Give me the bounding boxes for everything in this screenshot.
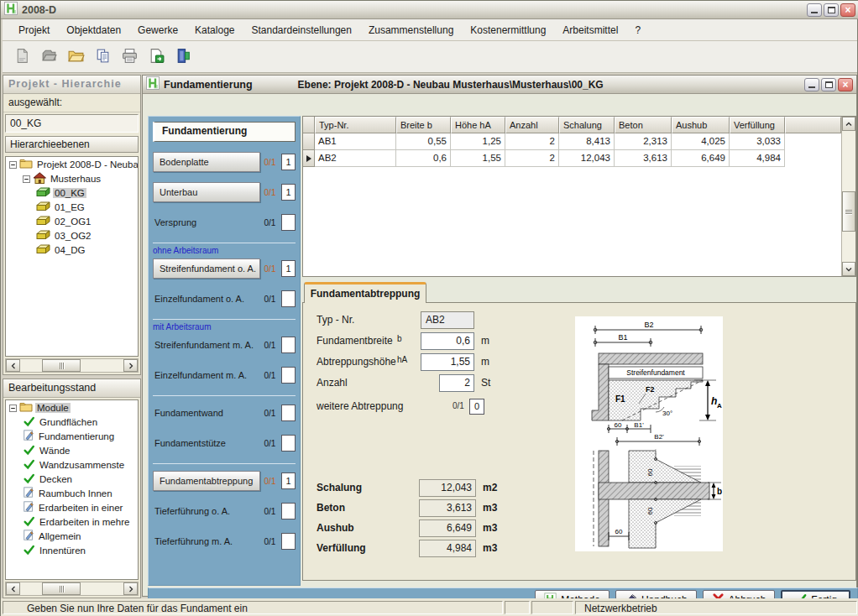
- sidebar-label-streifenfundament-m-a[interactable]: Streifenfundament m. A.: [153, 340, 260, 350]
- expand-toggle-icon[interactable]: [9, 404, 17, 411]
- scroll-up-button[interactable]: [842, 117, 855, 131]
- result-unit: m2: [483, 482, 497, 493]
- menu-projekt[interactable]: Projekt: [11, 22, 57, 39]
- column-header-beton[interactable]: Beton: [615, 117, 672, 133]
- count-box-unterbau[interactable]: 1: [281, 184, 296, 201]
- sidebar-label-einzelfundament-m-a[interactable]: Einzelfundament m. A.: [153, 370, 260, 380]
- new-document-button[interactable]: [11, 46, 33, 68]
- row-selector[interactable]: [303, 150, 315, 167]
- count-box-einzelfundament-m-a[interactable]: [281, 367, 296, 384]
- tree-node-03-og2[interactable]: 03_OG2: [6, 228, 138, 243]
- fundamentbreite-input[interactable]: 0,6: [421, 332, 474, 350]
- open-folder-button[interactable]: [65, 46, 86, 68]
- count-box-bodenplatte[interactable]: 1: [281, 154, 296, 170]
- sidebar-label-fundamentwand[interactable]: Fundamentwand: [153, 408, 260, 418]
- tree-node-raumbuch-innen[interactable]: Raumbuch Innen: [6, 486, 138, 500]
- count-box-streifenfundament-m-a[interactable]: [281, 337, 296, 353]
- restore-button[interactable]: [824, 3, 839, 17]
- column-header-h-he-ha[interactable]: Höhe hA: [451, 117, 505, 133]
- tree-node-erdarbeiten-in-mehre[interactable]: Erdarbeiten in mehre: [6, 514, 138, 529]
- scroll-thumb[interactable]: [42, 359, 81, 372]
- tree-node-w-nde[interactable]: Wände: [6, 443, 138, 457]
- sidebar-button-unterbau[interactable]: Unterbau: [153, 182, 260, 202]
- column-header-aushub[interactable]: Aushub: [672, 117, 730, 133]
- abtreppungsh-he-input[interactable]: 1,55: [421, 353, 474, 371]
- count-box-tieferf-hrung-o-a[interactable]: [281, 503, 296, 519]
- hierarchy-levels-header[interactable]: Hierarchieebenen: [5, 136, 139, 153]
- copy-button[interactable]: [92, 46, 113, 68]
- sidebar-label-versprung[interactable]: Versprung: [153, 217, 260, 227]
- menu-kataloge[interactable]: Kataloge: [187, 22, 242, 39]
- scroll-right-button[interactable]: [123, 582, 138, 595]
- print-button[interactable]: [118, 46, 140, 68]
- menu-gewerke[interactable]: Gewerke: [130, 22, 186, 39]
- sidebar-label-tieferf-hrung-o-a[interactable]: Tieferführung o. A.: [153, 506, 260, 516]
- tree-node-fundamentierung[interactable]: Fundamentierung: [6, 429, 138, 443]
- scroll-thumb[interactable]: [42, 582, 81, 595]
- exit-button[interactable]: [172, 46, 194, 68]
- menu-item[interactable]: ?: [627, 22, 648, 39]
- tree-node-innent-ren[interactable]: Innentüren: [6, 543, 138, 557]
- tree-node-allgemein[interactable]: Allgemein: [6, 529, 138, 543]
- sidebar-button-fundamentabtreppung[interactable]: Fundamentabtreppung: [153, 471, 260, 491]
- count-box-fundamentwand[interactable]: [281, 405, 296, 421]
- window-minimize-button[interactable]: [804, 78, 819, 91]
- tree-node-wandzusammenste[interactable]: Wandzusammenste: [6, 457, 138, 472]
- menu-zusammenstellung[interactable]: Zusammenstellung: [361, 22, 461, 39]
- tree-node-grundfl-chen[interactable]: Grundflächen: [6, 415, 138, 429]
- table-vscrollbar[interactable]: [841, 117, 855, 276]
- sidebar-label-tieferf-hrung-m-a[interactable]: Tieferführung m. A.: [153, 536, 260, 546]
- minimize-button[interactable]: [807, 3, 822, 17]
- sidebar-label-einzelfundament-o-a[interactable]: Einzelfundament o. A.: [153, 294, 260, 304]
- ratio-label: 0/1: [260, 439, 280, 448]
- close-button[interactable]: ×: [840, 3, 855, 17]
- tree-node-label: Raumbuch Innen: [37, 488, 114, 499]
- sidebar-label-fundamentst-tze[interactable]: Fundamentstütze: [153, 438, 260, 448]
- weitere-abtreppung-input[interactable]: 0: [469, 399, 484, 415]
- open-button[interactable]: [38, 46, 60, 68]
- scroll-right-button[interactable]: [123, 359, 138, 372]
- table-row[interactable]: AB20,61,55212,0433,6136,6494,984: [303, 150, 841, 167]
- column-header-typ-nr[interactable]: Typ-Nr.: [315, 117, 396, 133]
- window-close-button[interactable]: ×: [838, 78, 853, 91]
- menu-standardeinstellungen[interactable]: Standardeinstellungen: [243, 22, 358, 39]
- expand-toggle-icon[interactable]: [23, 175, 30, 182]
- export-button[interactable]: [145, 46, 167, 68]
- sidebar-button-bodenplatte[interactable]: Bodenplatte: [153, 152, 260, 172]
- scroll-thumb[interactable]: [842, 191, 855, 232]
- tree-node-musterhaus[interactable]: Musterhaus: [6, 171, 138, 185]
- tree-node-00-kg[interactable]: 00_KG: [6, 185, 138, 200]
- scroll-down-button[interactable]: [842, 262, 855, 276]
- menu-kostenermittlung[interactable]: Kostenermittlung: [463, 22, 553, 39]
- count-box-versprung[interactable]: [281, 214, 296, 231]
- count-box-fundamentst-tze[interactable]: [281, 435, 296, 452]
- sidebar-button-streifenfundament-o-a[interactable]: Streifenfundament o. A.: [153, 258, 260, 279]
- column-header-verf-llung[interactable]: Verfüllung: [730, 117, 785, 133]
- tree-node-01-eg[interactable]: 01_EG: [6, 200, 138, 214]
- column-header-breite-b[interactable]: Breite b: [396, 117, 451, 133]
- tree-node-decken[interactable]: Decken: [6, 472, 138, 486]
- tree-node-04-dg[interactable]: 04_DG: [6, 243, 138, 257]
- status-hscrollbar[interactable]: [5, 582, 139, 596]
- count-box-streifenfundament-o-a[interactable]: 1: [281, 260, 296, 277]
- tab-fundamentabtreppung[interactable]: Fundamentabtreppung: [304, 282, 426, 303]
- expand-toggle-icon[interactable]: [9, 160, 17, 168]
- row-selector[interactable]: [303, 133, 315, 150]
- count-box-fundamentabtreppung[interactable]: 1: [281, 472, 296, 489]
- menu-arbeitsmittel[interactable]: Arbeitsmittel: [555, 22, 625, 39]
- tree-node-erdarbeiten-in-einer[interactable]: Erdarbeiten in einer: [6, 500, 138, 514]
- table-row[interactable]: AB10,551,2528,4132,3134,0253,033: [303, 133, 841, 150]
- column-header-anzahl[interactable]: Anzahl: [505, 117, 559, 133]
- count-box-tieferf-hrung-m-a[interactable]: [281, 533, 296, 550]
- column-header-schalung[interactable]: Schalung: [559, 117, 615, 133]
- tree-node-module[interactable]: Module: [6, 400, 138, 415]
- anzahl-input[interactable]: 2: [439, 374, 474, 392]
- menu-objektdaten[interactable]: Objektdaten: [59, 22, 128, 39]
- scroll-left-button[interactable]: [6, 359, 20, 372]
- hierarchy-hscrollbar[interactable]: [5, 358, 139, 373]
- window-maximize-button[interactable]: [821, 78, 836, 91]
- scroll-left-button[interactable]: [6, 582, 20, 595]
- tree-node-02-og1[interactable]: 02_OG1: [6, 214, 138, 228]
- count-box-einzelfundament-o-a[interactable]: [281, 290, 296, 307]
- tree-node-projekt-2008-d-neubau[interactable]: Projekt 2008-D - Neubau: [6, 157, 138, 171]
